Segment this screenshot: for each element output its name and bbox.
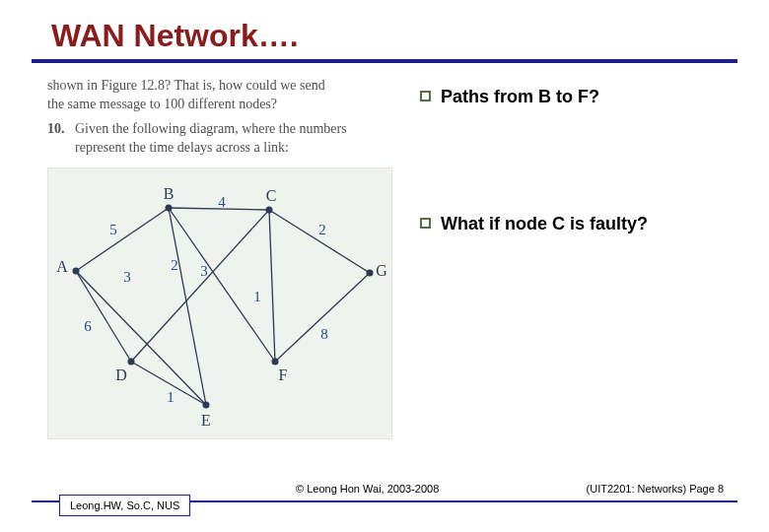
- edge-weight: 1: [167, 386, 175, 406]
- bullet-icon: [420, 218, 431, 229]
- graph-node-label: A: [56, 256, 68, 278]
- title-underline: [32, 59, 737, 63]
- edge-weight: 2: [318, 219, 326, 238]
- excerpt-panel: shown in Figure 12.8? That is, how could…: [47, 77, 390, 439]
- graph-node: [266, 206, 273, 213]
- svg-line-5: [169, 208, 275, 362]
- graph-node: [272, 358, 279, 365]
- svg-line-4: [169, 208, 206, 405]
- bullet-icon: [420, 91, 431, 101]
- graph-node: [128, 358, 135, 365]
- edge-weight: 1: [253, 286, 261, 305]
- svg-line-0: [76, 208, 169, 271]
- graph-node-label: E: [201, 410, 211, 432]
- question-number: 10.: [47, 120, 75, 158]
- graph-node-label: F: [279, 365, 288, 386]
- question-text: Given the following diagram, where the n…: [75, 120, 390, 158]
- svg-line-2: [76, 271, 206, 405]
- graph-node-label: G: [376, 260, 387, 282]
- edge-weight: 3: [123, 266, 131, 286]
- excerpt-line1: shown in Figure 12.8? That is, how could…: [47, 77, 390, 96]
- edge-weight: 6: [84, 315, 92, 335]
- graph-node: [367, 269, 374, 276]
- graph-node: [166, 204, 173, 211]
- svg-line-7: [269, 210, 275, 362]
- graph-node: [203, 401, 210, 408]
- bullet-text: Paths from B to F?: [441, 87, 599, 107]
- svg-line-10: [275, 273, 370, 362]
- slide-title: WAN Network….: [51, 18, 299, 54]
- edge-weight: 5: [109, 219, 117, 238]
- svg-line-6: [131, 210, 269, 362]
- question-row: 10. Given the following diagram, where t…: [47, 120, 390, 158]
- graph-node-label: D: [115, 365, 127, 386]
- edge-weight: 2: [171, 254, 178, 274]
- excerpt-line2: the same message to 100 different nodes?: [47, 96, 390, 114]
- graph-node: [73, 267, 80, 274]
- page-reference: (UIT2201: Networks) Page 8: [587, 483, 724, 495]
- edge-weight: 4: [218, 191, 226, 211]
- bullet-text: What if node C is faulty?: [441, 214, 648, 234]
- bullet-item: What if node C is faulty?: [420, 214, 735, 234]
- bullet-list: Paths from B to F? What if node C is fau…: [420, 87, 735, 341]
- edge-weight: 3: [200, 260, 208, 280]
- graph-node-label: C: [266, 185, 277, 207]
- edge-weight: 8: [320, 323, 328, 343]
- author-box: Leong.HW, So.C, NUS: [59, 495, 190, 516]
- graph-node-label: B: [164, 183, 175, 205]
- copyright-text: © Leong Hon Wai, 2003-2008: [296, 483, 439, 495]
- network-graph: 5634231218ABCDEFG: [47, 167, 392, 439]
- bullet-item: Paths from B to F?: [420, 87, 735, 107]
